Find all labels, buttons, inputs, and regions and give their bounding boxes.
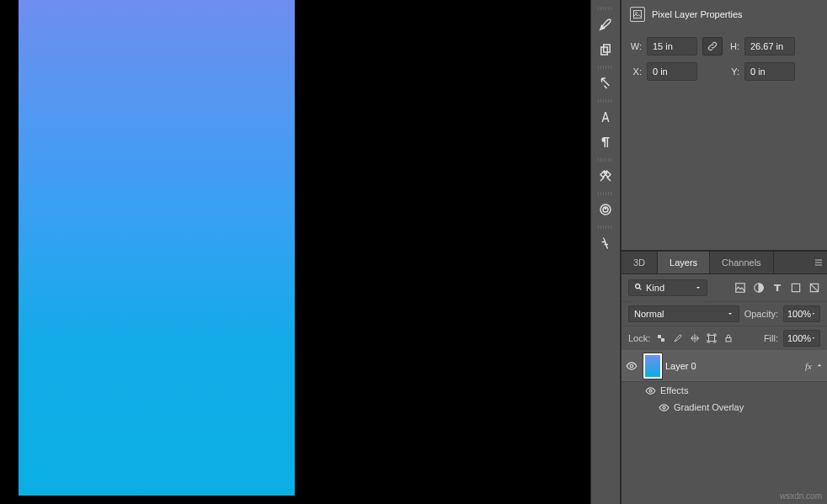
height-input[interactable] [744, 37, 795, 56]
watermark: wsxdn.com [780, 491, 822, 501]
brush-panel-icon[interactable] [595, 13, 616, 35]
paragraph-panel-icon[interactable] [595, 131, 616, 153]
layer-type-filters [734, 282, 820, 294]
layer-filter-row: Kind [622, 274, 827, 301]
drag-handle[interactable] [598, 225, 613, 229]
chevron-down-icon [695, 283, 702, 293]
svg-rect-14 [709, 336, 715, 342]
drag-handle[interactable] [598, 158, 613, 162]
libraries-panel-icon[interactable] [595, 199, 616, 220]
opacity-label: Opacity: [744, 309, 778, 319]
properties-header: Pixel Layer Properties [622, 0, 827, 34]
filter-shape-icon[interactable] [790, 282, 802, 294]
svg-rect-10 [792, 284, 799, 291]
blend-opacity-row: Normal Opacity: 100% [622, 301, 827, 326]
document-artboard[interactable] [19, 0, 295, 496]
svg-point-7 [636, 284, 640, 289]
effects-row[interactable]: Effects [622, 382, 827, 399]
effect-gradient-overlay-row[interactable]: Gradient Overlay [622, 399, 827, 416]
properties-panel: Pixel Layer Properties W: H: X: Y: [622, 0, 827, 251]
h-label: H: [728, 41, 739, 51]
svg-point-17 [648, 389, 651, 391]
drag-handle[interactable] [598, 66, 613, 69]
visibility-toggle[interactable] [622, 360, 642, 372]
blend-mode-dropdown[interactable]: Normal [628, 305, 739, 322]
tab-3d[interactable]: 3D [622, 252, 658, 273]
svg-rect-5 [634, 11, 642, 19]
chevron-down-icon [811, 336, 816, 341]
dimension-row-xy: X: Y: [622, 59, 827, 84]
visibility-toggle[interactable] [640, 385, 660, 396]
properties-title: Pixel Layer Properties [652, 9, 743, 19]
tab-layers[interactable]: Layers [658, 252, 710, 273]
filter-adjust-icon[interactable] [753, 282, 765, 294]
svg-point-18 [662, 406, 664, 408]
filter-smart-icon[interactable] [808, 282, 820, 294]
blend-mode-value: Normal [634, 309, 664, 319]
svg-point-16 [630, 364, 633, 368]
lock-artboard-icon[interactable] [706, 332, 718, 344]
fill-input[interactable]: 100% [783, 330, 820, 347]
right-panel-column: Pixel Layer Properties W: H: X: Y: 3D La… [621, 0, 827, 504]
layers-panel: Kind Normal Opacity: 100% [622, 274, 827, 504]
chevron-down-icon [727, 310, 734, 317]
svg-point-4 [605, 208, 606, 210]
fill-value: 100% [787, 333, 811, 343]
effects-label: Effects [660, 385, 688, 395]
y-input[interactable] [744, 62, 795, 81]
lock-buttons [655, 332, 734, 344]
lock-paint-icon[interactable] [672, 332, 684, 344]
tab-channels[interactable]: Channels [710, 252, 773, 273]
lock-transparency-icon[interactable] [655, 332, 667, 344]
fx-indicator[interactable]: fx [805, 361, 812, 371]
dimension-row-wh: W: H: [622, 34, 827, 59]
svg-rect-13 [661, 338, 664, 342]
y-label: Y: [728, 66, 739, 77]
x-label: X: [630, 66, 642, 77]
opacity-input[interactable]: 100% [783, 305, 820, 322]
filter-text-icon[interactable] [771, 282, 783, 294]
canvas-area[interactable] [0, 0, 590, 504]
character-panel-icon[interactable] [595, 106, 616, 128]
clone-panel-icon[interactable] [595, 39, 616, 61]
layer-list: Layer 0 fx Effects Gradient Overlay [622, 350, 827, 504]
x-input[interactable] [647, 62, 697, 81]
lock-fill-row: Lock: Fill: 100% [622, 326, 827, 350]
w-label: W: [630, 41, 642, 51]
filter-kind-dropdown[interactable]: Kind [628, 279, 707, 296]
panel-dock-toolbar [590, 0, 621, 504]
layer-name: Layer 0 [665, 361, 805, 371]
drag-handle[interactable] [598, 7, 613, 10]
filter-pixel-icon[interactable] [734, 282, 746, 294]
glyphs-panel-icon[interactable] [595, 232, 616, 254]
opacity-value: 100% [787, 309, 811, 319]
svg-rect-15 [726, 338, 731, 342]
lock-all-icon[interactable] [723, 332, 734, 344]
layer-thumbnail[interactable] [643, 353, 662, 379]
chevron-down-icon [811, 311, 816, 316]
svg-point-6 [636, 13, 638, 14]
layer-row[interactable]: Layer 0 fx [622, 350, 827, 382]
search-icon [634, 283, 643, 293]
filter-kind-label: Kind [646, 283, 664, 293]
gradient-overlay-label: Gradient Overlay [674, 402, 744, 412]
lock-position-icon[interactable] [689, 332, 701, 344]
visibility-toggle[interactable] [654, 402, 674, 413]
width-input[interactable] [647, 37, 697, 56]
pixel-layer-icon [630, 7, 645, 22]
svg-rect-12 [658, 335, 661, 338]
tools-panel-icon[interactable] [595, 165, 616, 187]
link-wh-button[interactable] [702, 37, 723, 56]
panel-tabbar: 3D Layers Channels [622, 251, 827, 274]
fill-label: Fill: [764, 333, 778, 343]
lock-label: Lock: [628, 333, 650, 343]
panel-menu-icon[interactable] [810, 252, 827, 273]
drag-handle[interactable] [598, 99, 613, 103]
drag-handle[interactable] [598, 192, 613, 195]
history-brush-icon[interactable] [595, 72, 616, 94]
collapse-effects-icon[interactable] [815, 361, 827, 371]
